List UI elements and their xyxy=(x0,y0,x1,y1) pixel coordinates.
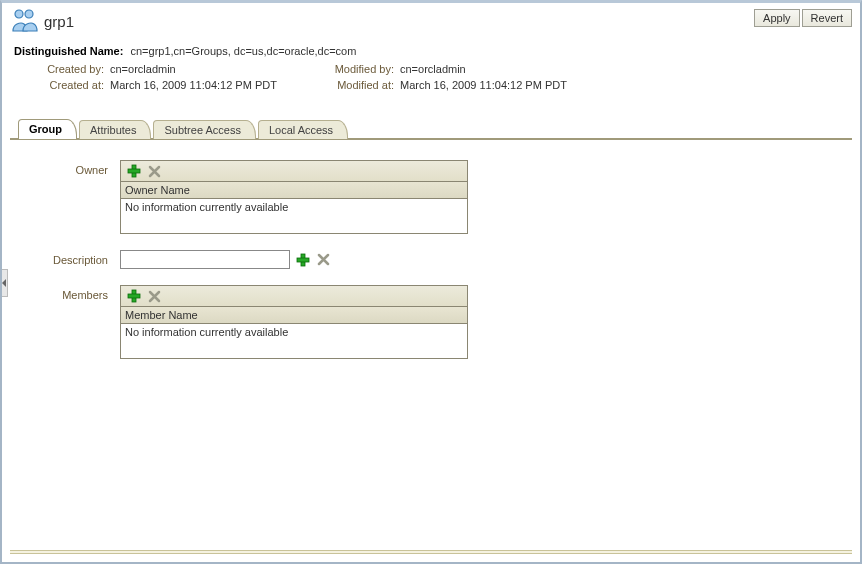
members-column-header: Member Name xyxy=(121,307,467,324)
svg-point-0 xyxy=(15,10,23,18)
revert-button[interactable]: Revert xyxy=(802,9,852,27)
modified-at-value: March 16, 2009 11:04:12 PM PDT xyxy=(400,79,660,91)
members-remove-icon[interactable] xyxy=(147,289,161,303)
members-add-icon[interactable] xyxy=(127,289,141,303)
owner-label: Owner xyxy=(40,160,120,234)
created-at-label: Created at: xyxy=(20,79,110,91)
tab-local-access[interactable]: Local Access xyxy=(258,120,348,139)
created-by-label: Created by: xyxy=(20,63,110,75)
tab-group[interactable]: Group xyxy=(18,119,77,139)
owner-remove-icon[interactable] xyxy=(147,164,161,178)
description-label: Description xyxy=(40,250,120,269)
modified-by-label: Modified by: xyxy=(310,63,400,75)
created-by-value: cn=orcladmin xyxy=(110,63,310,75)
owner-empty-msg: No information currently available xyxy=(121,199,467,233)
svg-point-1 xyxy=(25,10,33,18)
collapse-handle[interactable] xyxy=(2,269,8,297)
svg-rect-5 xyxy=(297,258,309,262)
members-table: Member Name No information currently ava… xyxy=(120,285,468,359)
members-empty-msg: No information currently available xyxy=(121,324,467,358)
owner-add-icon[interactable] xyxy=(127,164,141,178)
modified-by-value: cn=orcladmin xyxy=(400,63,660,75)
svg-rect-7 xyxy=(128,294,140,298)
description-add-icon[interactable] xyxy=(296,253,310,267)
created-at-value: March 16, 2009 11:04:12 PM PDT xyxy=(110,79,310,91)
svg-rect-3 xyxy=(128,169,140,173)
members-label: Members xyxy=(40,285,120,359)
dn-value: cn=grp1,cn=Groups, dc=us,dc=oracle,dc=co… xyxy=(130,45,356,57)
bottom-divider xyxy=(10,550,852,554)
owner-table: Owner Name No information currently avai… xyxy=(120,160,468,234)
tab-attributes[interactable]: Attributes xyxy=(79,120,151,139)
modified-at-label: Modified at: xyxy=(310,79,400,91)
tab-subtree-access[interactable]: Subtree Access xyxy=(153,120,255,139)
dn-label: Distinguished Name: xyxy=(14,45,123,57)
description-remove-icon[interactable] xyxy=(316,253,330,267)
description-input[interactable] xyxy=(120,250,290,269)
apply-button[interactable]: Apply xyxy=(754,9,800,27)
group-icon xyxy=(10,7,40,35)
owner-column-header: Owner Name xyxy=(121,182,467,199)
page-title: grp1 xyxy=(44,13,74,30)
